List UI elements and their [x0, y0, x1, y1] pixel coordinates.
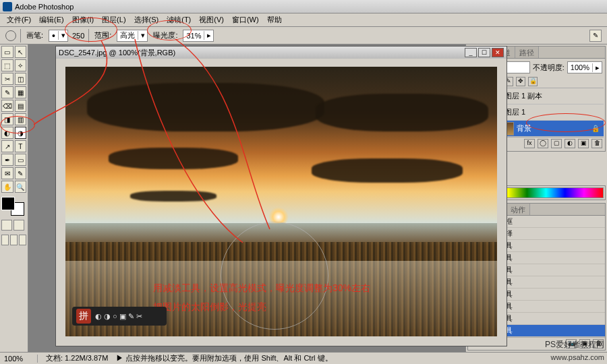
- document-title: DSC_2547.jpg @ 100%(背景,RGB): [59, 48, 175, 58]
- screen-full-menu[interactable]: [10, 235, 18, 245]
- fx-icon[interactable]: fx: [524, 139, 535, 148]
- menu-image[interactable]: 图像(I): [68, 13, 98, 26]
- badge-logo: 拼: [76, 309, 91, 324]
- menu-bar: 文件(F) 编辑(E) 图像(I) 图层(L) 选择(S) 滤镜(T) 视图(V…: [0, 13, 607, 27]
- menu-help[interactable]: 帮助: [263, 13, 286, 26]
- range-label: 范围:: [94, 30, 111, 40]
- menu-filter[interactable]: 滤镜(T): [163, 13, 195, 26]
- menu-select[interactable]: 选择(S): [130, 13, 163, 26]
- tool-heal[interactable]: ✎: [1, 86, 13, 98]
- quickmask-mode[interactable]: [13, 220, 24, 231]
- doc-close-button[interactable]: ✕: [492, 48, 504, 57]
- tool-dodge[interactable]: ◑: [15, 127, 27, 139]
- color-swatch[interactable]: [1, 197, 24, 216]
- tool-eyedrop[interactable]: ✎: [15, 167, 27, 179]
- tool-wand[interactable]: ✧: [15, 59, 27, 71]
- document-window: DSC_2547.jpg @ 100%(背景,RGB) _ ☐ ✕: [55, 46, 507, 346]
- canvas[interactable]: 用减淡工具，设置高光模式，曝光度调整为30%左右 把图片的太阳倒影，光提亮 拼 …: [65, 67, 497, 336]
- opacity-input[interactable]: 100%▸: [567, 61, 602, 73]
- tool-hand[interactable]: ✋: [1, 181, 13, 193]
- tool-type[interactable]: T: [15, 140, 27, 152]
- tool-lasso[interactable]: ⬚: [1, 59, 13, 71]
- lock-pos-icon[interactable]: ✥: [516, 77, 525, 86]
- app-icon: [3, 2, 12, 11]
- app-title: Adobe Photoshop: [15, 3, 74, 11]
- lock-icon: 🔒: [591, 125, 600, 132]
- brush-label: 画笔:: [26, 30, 43, 40]
- exposure-input[interactable]: 31% ▸: [183, 30, 214, 42]
- options-bar: 画笔: • ▾ 250 范围: 高光 ▾ 曝光度: 31% ▸ ✎: [0, 27, 607, 44]
- exposure-label: 曝光度:: [153, 30, 177, 40]
- tab-paths[interactable]: 路径: [515, 47, 539, 58]
- toolbox: ▭↖ ⬚✧ ✂◫ ✎▦ ⌫▤ ◨▥ ◐◑ ↗T ✒▭ ✉✎ ✋🔍: [0, 44, 28, 352]
- menu-file[interactable]: 文件(F): [3, 13, 35, 26]
- mask-icon[interactable]: ◯: [538, 139, 548, 148]
- opacity-label: 不透明度:: [533, 63, 565, 73]
- new-layer-icon[interactable]: ▣: [578, 139, 589, 148]
- tool-notes[interactable]: ✉: [1, 167, 13, 179]
- title-bar: Adobe Photoshop: [0, 0, 607, 13]
- folder-icon[interactable]: ▢: [551, 139, 562, 148]
- document-titlebar[interactable]: DSC_2547.jpg @ 100%(背景,RGB) _ ☐ ✕: [56, 47, 507, 59]
- layer-name: 背景: [517, 123, 531, 133]
- tab-actions[interactable]: 动作: [507, 204, 530, 215]
- tool-zoom[interactable]: 🔍: [15, 181, 27, 193]
- tool-history-brush[interactable]: ▤: [15, 100, 27, 112]
- zoom-level[interactable]: 100%: [4, 355, 38, 363]
- lock-all-icon[interactable]: 🔒: [528, 77, 538, 86]
- menu-window[interactable]: 窗口(W): [228, 13, 263, 26]
- tool-shape[interactable]: ▭: [15, 154, 27, 166]
- tool-slice[interactable]: ◫: [15, 73, 27, 85]
- range-select[interactable]: 高光 ▾: [117, 30, 148, 42]
- chevron-down-icon: ▾: [58, 31, 67, 40]
- document-area: DSC_2547.jpg @ 100%(背景,RGB) _ ☐ ✕: [28, 44, 465, 352]
- airbrush-toggle[interactable]: ✎: [589, 30, 602, 42]
- adjust-icon[interactable]: ◐: [565, 139, 575, 148]
- range-value: 高光: [117, 30, 138, 40]
- layer-name: 图层 1: [504, 107, 525, 117]
- tool-gradient[interactable]: ▥: [15, 113, 27, 125]
- status-bar: 100% 文档: 1.22M/3.87M ▶ 点按并拖移以变亮。要用附加选项，使…: [0, 352, 607, 364]
- doc-size: 文档: 1.22M/3.87M: [46, 353, 108, 363]
- tool-eraser[interactable]: ◨: [1, 113, 13, 125]
- status-hint: ▶ 点按并拖移以变亮。要用附加选项，使用 Shift、Alt 和 Ctrl 键。: [116, 353, 332, 363]
- doc-min-button[interactable]: _: [465, 48, 477, 57]
- trash-icon[interactable]: 🗑: [591, 139, 602, 148]
- brush-cursor: [221, 222, 328, 330]
- tool-move[interactable]: ↖: [15, 46, 27, 58]
- dodge-tool-icon: [5, 30, 16, 41]
- exposure-value: 31%: [183, 32, 204, 40]
- screen-std[interactable]: [1, 235, 9, 245]
- tool-marquee[interactable]: ▭: [1, 46, 13, 58]
- standard-mode[interactable]: [1, 220, 12, 231]
- tool-brush[interactable]: ▦: [15, 86, 27, 98]
- chevron-down-icon: ▾: [138, 31, 147, 40]
- tool-stamp[interactable]: ⌫: [1, 100, 13, 112]
- tool-crop[interactable]: ✂: [1, 73, 13, 85]
- menu-view[interactable]: 视图(V): [195, 13, 228, 26]
- chevron-right-icon: ▸: [204, 31, 213, 40]
- tool-path[interactable]: ↗: [1, 140, 13, 152]
- watermark-line2: www.psahz.com: [551, 353, 604, 361]
- watermark-line1: PS爱好者教程网: [545, 339, 604, 351]
- brush-picker[interactable]: • ▾: [49, 30, 68, 42]
- badge-icons: ◐ ◑ ○ ▣ ✎ ✂: [95, 312, 142, 321]
- menu-edit[interactable]: 编辑(E): [35, 13, 68, 26]
- menu-layer[interactable]: 图层(L): [98, 13, 129, 26]
- tutorial-badge: 拼 ◐ ◑ ○ ▣ ✎ ✂: [72, 307, 167, 326]
- layer-name: 图层 1 副本: [504, 91, 542, 101]
- tool-blur[interactable]: ◐: [1, 127, 13, 139]
- brush-size: 250: [72, 32, 84, 40]
- tool-pen[interactable]: ✒: [1, 154, 13, 166]
- screen-full[interactable]: [19, 235, 26, 245]
- doc-max-button[interactable]: ☐: [478, 48, 490, 57]
